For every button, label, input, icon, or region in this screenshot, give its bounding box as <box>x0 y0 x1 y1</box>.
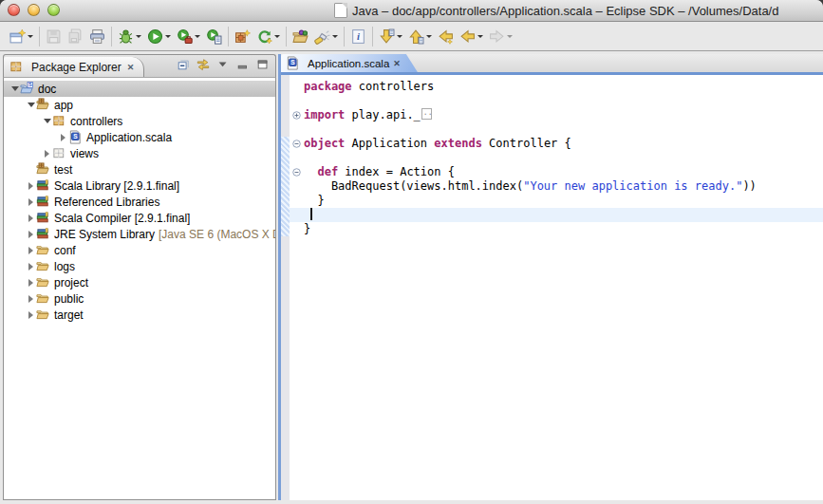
tree-item-jre-system-library[interactable]: JRE System Library[Java SE 6 (MacOS X De… <box>4 226 275 242</box>
code-text: package controllers <box>304 80 823 94</box>
tree-item-doc[interactable]: Sdoc <box>4 81 275 97</box>
last-edit-location-button[interactable] <box>435 27 457 47</box>
code-line[interactable] <box>290 151 823 165</box>
code-line[interactable] <box>290 94 823 108</box>
dropdown-arrow-icon[interactable] <box>426 35 432 41</box>
disclosure-triangle-icon[interactable] <box>26 215 36 222</box>
library-icon <box>36 195 51 209</box>
package-explorer-panel: Package Explorer ✕ SdocappcontrollersSAp… <box>3 54 276 500</box>
code-segment-keyword: object <box>304 137 345 150</box>
disclosure-triangle-icon[interactable] <box>26 279 36 287</box>
dropdown-arrow-icon[interactable] <box>507 35 513 41</box>
minimize-icon <box>236 58 250 75</box>
tree-item-test[interactable]: test <box>4 161 275 177</box>
disclosure-triangle-icon[interactable] <box>42 115 52 127</box>
fold-collapse-icon[interactable] <box>290 137 304 151</box>
code-segment-plain: } <box>304 222 310 235</box>
new-scala-element-button[interactable] <box>253 27 283 47</box>
minimize-window-button[interactable] <box>28 4 40 16</box>
tree-item-application-scala[interactable]: SApplication.scala <box>4 129 275 145</box>
tree-item-controllers[interactable]: controllers <box>4 113 275 129</box>
disclosure-triangle-icon[interactable] <box>26 231 36 238</box>
disclosure-triangle-icon[interactable] <box>26 198 36 206</box>
back-button[interactable] <box>457 27 486 47</box>
close-tab-icon[interactable]: ✕ <box>393 59 401 68</box>
info-button[interactable]: i <box>347 27 369 47</box>
previous-annotation-button[interactable] <box>405 27 435 47</box>
dropdown-arrow-icon[interactable] <box>136 35 141 41</box>
zoom-window-button[interactable] <box>47 4 60 16</box>
back-icon <box>459 28 476 45</box>
next-annotation-button[interactable] <box>376 27 405 47</box>
current-code-line[interactable] <box>290 208 823 222</box>
code-line[interactable] <box>290 122 823 137</box>
tree-item-label: Scala Library [2.9.1.final] <box>54 179 179 193</box>
disclosure-triangle-icon[interactable] <box>9 83 20 95</box>
fold-collapse-icon[interactable] <box>290 165 304 179</box>
link-with-editor-button[interactable] <box>195 59 212 74</box>
tree-item-conf[interactable]: conf <box>4 242 275 258</box>
tree-item-project[interactable]: project <box>4 274 275 290</box>
disclosure-triangle-icon[interactable] <box>58 134 68 141</box>
new-wizard-button[interactable] <box>7 27 36 47</box>
dropdown-arrow-icon[interactable] <box>477 35 483 41</box>
disclosure-triangle-icon[interactable] <box>42 150 52 158</box>
disclosure-triangle-icon[interactable] <box>26 247 36 254</box>
fold-expand-icon[interactable] <box>290 108 304 122</box>
close-window-button[interactable] <box>8 4 20 16</box>
fold-gutter <box>290 80 304 94</box>
dropdown-arrow-icon[interactable] <box>397 35 402 41</box>
disclosure-triangle-icon[interactable] <box>26 295 36 303</box>
tree-item-target[interactable]: target <box>4 307 275 323</box>
search-icon <box>314 28 330 45</box>
code-line[interactable]: object Application extends Controller { <box>290 137 823 151</box>
dropdown-arrow-icon[interactable] <box>274 35 280 41</box>
tree-item-app[interactable]: app <box>4 97 275 113</box>
tree-item-referenced-libraries[interactable]: Referenced Libraries <box>4 194 275 210</box>
search-button[interactable] <box>311 27 341 47</box>
scala-file-icon: S <box>68 130 84 144</box>
editor-tab-application-scala[interactable]: S Application.scala ✕ <box>281 54 418 72</box>
tree-item-scala-compiler-2-9-1-final[interactable]: Scala Compiler [2.9.1.final] <box>4 210 275 226</box>
package-explorer-tab[interactable]: Package Explorer ✕ <box>4 57 144 77</box>
run-configuration-button[interactable] <box>203 27 225 47</box>
dropdown-arrow-icon[interactable] <box>195 35 200 41</box>
code-line[interactable]: package controllers <box>290 80 823 94</box>
tree-item-scala-library-2-9-1-final[interactable]: Scala Library [2.9.1.final] <box>4 177 275 194</box>
debug-button[interactable] <box>115 27 144 47</box>
project-tree: SdocappcontrollersSApplication.scalaview… <box>3 77 276 500</box>
view-menu-button[interactable] <box>215 59 232 74</box>
code-line[interactable]: } <box>290 222 823 236</box>
code-line[interactable]: def index = Action { <box>290 165 823 179</box>
maximize-button[interactable] <box>254 59 271 74</box>
tree-item-views[interactable]: views <box>4 145 275 161</box>
disclosure-triangle-icon[interactable] <box>26 99 36 111</box>
editor-area: S Application.scala ✕ package controller… <box>278 54 823 500</box>
new-scala-element-icon <box>256 28 272 45</box>
print-button[interactable] <box>86 27 108 47</box>
code-line[interactable]: BadRequest(views.html.index("Your new ap… <box>290 179 823 194</box>
tree-item-public[interactable]: public <box>4 290 275 307</box>
title-bar[interactable]: Java – doc/app/controllers/Application.s… <box>0 0 823 22</box>
tree-item-logs[interactable]: logs <box>4 258 275 274</box>
minimize-button[interactable] <box>234 59 252 74</box>
disclosure-triangle-icon[interactable] <box>26 263 36 271</box>
run-button[interactable] <box>144 27 174 47</box>
close-view-icon[interactable]: ✕ <box>127 63 135 72</box>
collapsed-region-icon[interactable] <box>421 108 432 120</box>
disclosure-triangle-icon[interactable] <box>26 182 36 190</box>
tree-item-label: doc <box>38 83 56 96</box>
code-line[interactable]: import play.api._ <box>290 108 823 122</box>
dropdown-arrow-icon[interactable] <box>165 35 171 41</box>
dropdown-arrow-icon[interactable] <box>332 35 338 41</box>
new-java-project-button[interactable] <box>232 27 253 47</box>
collapse-all-button[interactable] <box>175 59 192 74</box>
fold-gutter <box>290 151 304 165</box>
editor-body[interactable]: package controllersimport play.api._obje… <box>281 75 823 500</box>
run-external-tools-button[interactable] <box>174 27 203 47</box>
code-area[interactable]: package controllersimport play.api._obje… <box>290 75 823 500</box>
code-line[interactable]: } <box>290 194 823 208</box>
open-element-button[interactable] <box>290 27 311 47</box>
disclosure-triangle-icon[interactable] <box>26 311 36 319</box>
dropdown-arrow-icon[interactable] <box>28 35 33 41</box>
